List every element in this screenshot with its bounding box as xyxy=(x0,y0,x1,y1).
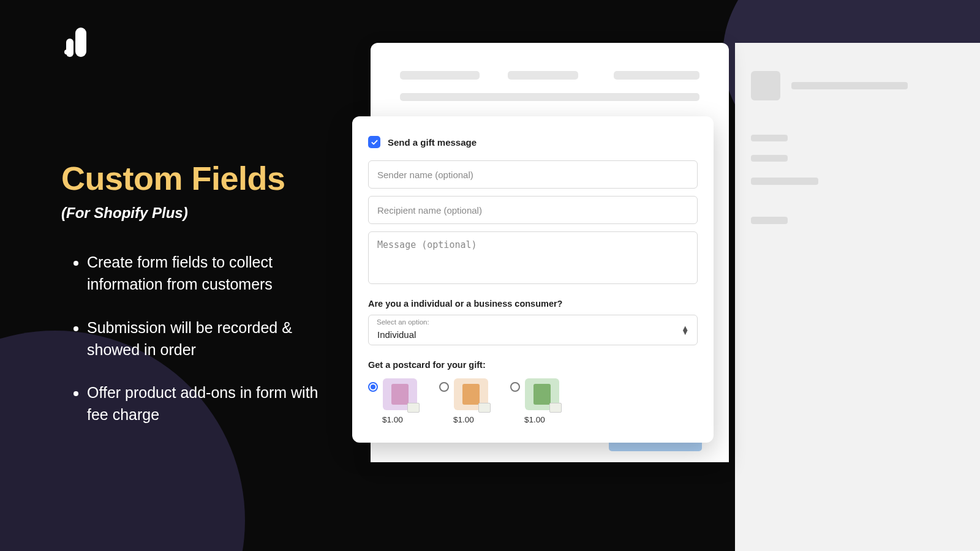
consumer-type-label: Are you a individual or a business consu… xyxy=(368,299,698,309)
checkout-preview: Send a gift message Are you a individual… xyxy=(371,43,980,551)
postcard-label: Get a postcard for your gift: xyxy=(368,360,698,370)
page-title: Custom Fields xyxy=(61,159,325,197)
svg-rect-0 xyxy=(75,28,86,57)
order-summary-panel xyxy=(735,43,980,551)
postcard-option[interactable]: $1.00 xyxy=(368,378,417,424)
placeholder-line xyxy=(400,71,480,80)
placeholder-line xyxy=(751,135,788,141)
custom-fields-card: Send a gift message Are you a individual… xyxy=(352,116,714,443)
postcard-radio[interactable] xyxy=(510,382,520,392)
placeholder-line xyxy=(400,93,699,101)
feature-item: Create form fields to collect informatio… xyxy=(87,251,325,296)
recipient-name-input[interactable] xyxy=(368,196,698,224)
placeholder-line xyxy=(751,217,788,224)
placeholder-line xyxy=(751,155,788,162)
check-icon xyxy=(371,138,379,146)
select-hint: Select an option: xyxy=(377,318,429,326)
page-subtitle: (For Shopify Plus) xyxy=(61,204,325,222)
placeholder-line xyxy=(791,82,908,89)
postcard-thumb xyxy=(383,378,417,410)
postcard-price: $1.00 xyxy=(524,415,545,424)
product-thumb-placeholder xyxy=(751,71,780,100)
feature-item: Offer product add-ons in form with fee c… xyxy=(87,381,325,426)
message-textarea[interactable] xyxy=(368,231,698,284)
postcard-radio[interactable] xyxy=(368,382,378,392)
svg-point-2 xyxy=(64,50,69,54)
postcard-radio[interactable] xyxy=(439,382,449,392)
placeholder-line xyxy=(508,71,578,80)
chevron-updown-icon: ▲▼ xyxy=(681,326,689,334)
app-logo xyxy=(64,28,86,59)
postcard-thumb xyxy=(525,378,559,410)
postcard-price: $1.00 xyxy=(382,415,403,424)
feature-item: Submission will be recorded & showed in … xyxy=(87,317,325,361)
postcard-thumb xyxy=(454,378,488,410)
postcard-option[interactable]: $1.00 xyxy=(439,378,488,424)
placeholder-line xyxy=(614,71,699,80)
postcard-option[interactable]: $1.00 xyxy=(510,378,559,424)
gift-message-checkbox[interactable] xyxy=(368,136,380,148)
feature-list: Create form fields to collect informatio… xyxy=(61,251,325,426)
sender-name-input[interactable] xyxy=(368,160,698,189)
postcard-price: $1.00 xyxy=(453,415,474,424)
gift-message-label: Send a gift message xyxy=(388,137,477,148)
placeholder-line xyxy=(751,178,818,185)
